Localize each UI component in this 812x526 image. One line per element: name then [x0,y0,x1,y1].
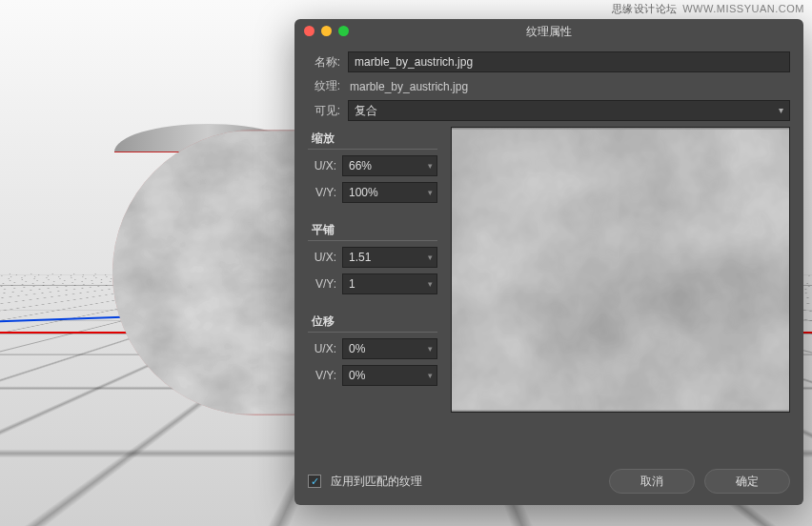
visible-select[interactable]: 复合 [348,100,790,121]
scale-vy-label: V/Y: [308,186,336,199]
offset-group: 位移 U/X: 0% V/Y: 0% [308,310,437,394]
texture-value: marble_by_austrich.jpg [348,80,790,93]
tile-ux-label: U/X: [308,251,336,264]
watermark: 思缘设计论坛 WWW.MISSYUAN.COM [612,2,804,16]
visible-label: 可见: [308,103,340,119]
dialog-titlebar[interactable]: 纹理属性 [294,19,803,44]
cancel-button[interactable]: 取消 [609,469,695,494]
close-icon[interactable] [304,26,315,36]
scale-group: 缩放 U/X: 66% V/Y: 100% [308,127,437,211]
name-label: 名称: [308,54,340,71]
texture-preview [451,127,790,413]
scale-title: 缩放 [308,127,437,150]
offset-title: 位移 [308,310,437,333]
name-input[interactable]: marble_by_austrich.jpg [348,51,790,72]
offset-vy-input[interactable]: 0% [342,365,437,386]
dialog-title: 纹理属性 [526,25,572,38]
tile-ux-input[interactable]: 1.51 [342,247,437,268]
minimize-icon[interactable] [321,26,332,36]
offset-ux-input[interactable]: 0% [342,338,437,359]
tile-vy-input[interactable]: 1 [342,273,437,294]
scale-vy-input[interactable]: 100% [342,182,437,203]
scale-ux-input[interactable]: 66% [342,155,437,176]
scale-ux-label: U/X: [308,159,336,172]
texture-properties-dialog: 纹理属性 名称: marble_by_austrich.jpg 纹理: marb… [294,19,803,505]
apply-matching-checkbox[interactable]: ✓ [308,475,321,488]
texture-label: 纹理: [308,78,340,94]
offset-vy-label: V/Y: [308,369,336,382]
offset-ux-label: U/X: [308,342,336,355]
svg-rect-3 [452,130,789,411]
apply-matching-label: 应用到匹配的纹理 [331,474,599,490]
tile-title: 平铺 [308,218,437,241]
tile-vy-label: V/Y: [308,277,336,291]
ok-button[interactable]: 确定 [704,469,790,494]
tile-group: 平铺 U/X: 1.51 V/Y: 1 [308,218,437,302]
maximize-icon[interactable] [338,26,349,36]
